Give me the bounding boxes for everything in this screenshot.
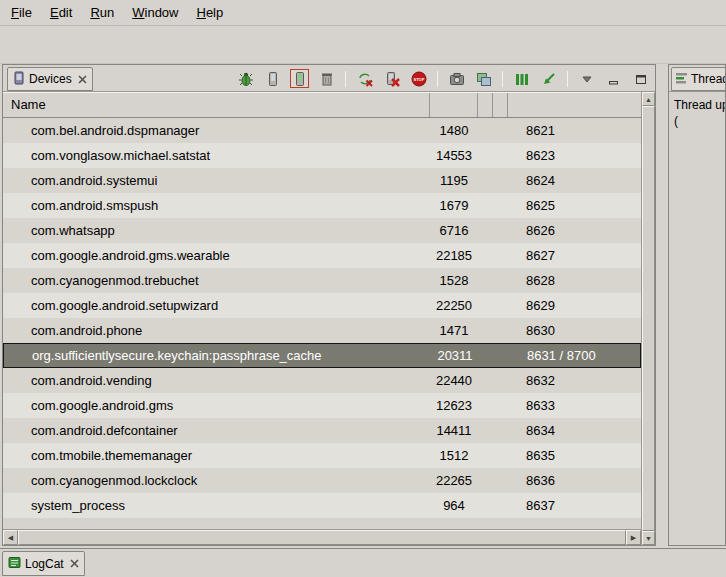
- menu-help[interactable]: Help: [187, 1, 232, 24]
- toolbar-separator: [567, 71, 568, 87]
- horizontal-scrollbar[interactable]: [3, 529, 641, 545]
- device-table-body: com.bel.android.dspmanager14808621com.vo…: [3, 118, 641, 529]
- scroll-left-icon[interactable]: [3, 530, 18, 545]
- cell-empty: [493, 118, 508, 143]
- cell-process-name: com.android.defcontainer: [3, 418, 430, 443]
- cell-port: 8632: [508, 368, 641, 393]
- table-row[interactable]: com.vonglasow.michael.satstat145538623: [3, 143, 641, 168]
- main-toolbar: [0, 26, 726, 64]
- cell-pid: 22440: [430, 368, 478, 393]
- table-row[interactable]: com.bel.android.dspmanager14808621: [3, 118, 641, 143]
- threads-content: Thread up (: [669, 92, 725, 134]
- column-header-empty: [493, 93, 508, 117]
- threads-message-line: Thread up: [674, 97, 720, 113]
- vertical-scroll-thumb[interactable]: [642, 106, 655, 531]
- table-row[interactable]: com.android.vending224408632: [3, 368, 641, 393]
- table-row[interactable]: com.whatsapp67168626: [3, 218, 641, 243]
- devices-tabbar: Devices STOP: [3, 65, 655, 92]
- column-header-pid[interactable]: [430, 93, 478, 117]
- update-heap-icon[interactable]: [264, 70, 281, 87]
- tab-devices-label: Devices: [29, 72, 72, 86]
- menu-file[interactable]: File: [2, 1, 41, 24]
- menu-window[interactable]: Window: [123, 1, 187, 24]
- cell-empty: [493, 368, 508, 393]
- cell-port: 8634: [508, 418, 641, 443]
- menubar: FileEditRunWindowHelp: [0, 0, 726, 26]
- cell-pid: 6716: [430, 218, 478, 243]
- kill-process-icon[interactable]: [383, 70, 400, 87]
- table-row[interactable]: com.android.phone14718630: [3, 318, 641, 343]
- toolbar-separator: [345, 71, 346, 87]
- column-header-name[interactable]: Name: [3, 93, 430, 117]
- tab-devices[interactable]: Devices: [7, 67, 93, 91]
- screen-capture-icon[interactable]: [448, 70, 465, 87]
- cell-port: 8629: [508, 293, 641, 318]
- start-method-profiling-icon[interactable]: [513, 70, 530, 87]
- scroll-up-icon[interactable]: [642, 92, 655, 106]
- table-row[interactable]: com.android.smspush16798625: [3, 193, 641, 218]
- stop-process-icon[interactable]: STOP: [410, 70, 427, 87]
- cell-port: 8630: [508, 318, 641, 343]
- column-header-empty: [478, 93, 493, 117]
- tab-logcat-label: LogCat: [25, 557, 64, 571]
- screenshots-icon[interactable]: [475, 70, 492, 87]
- cell-pid: 20311: [431, 344, 479, 367]
- menu-mnemonic: H: [196, 5, 205, 20]
- vertical-scrollbar[interactable]: [641, 92, 655, 545]
- close-icon[interactable]: [78, 75, 87, 84]
- cell-empty: [493, 318, 508, 343]
- cell-empty: [478, 168, 493, 193]
- maximize-icon[interactable]: [632, 70, 649, 87]
- minimize-icon[interactable]: [605, 70, 622, 87]
- table-row[interactable]: com.tmobile.thememanager15128635: [3, 443, 641, 468]
- cell-empty: [494, 344, 509, 367]
- update-threads-icon[interactable]: [356, 70, 373, 87]
- table-row[interactable]: com.google.android.setupwizard222508629: [3, 293, 641, 318]
- table-row[interactable]: com.google.android.gms.wearable221858627: [3, 243, 641, 268]
- cell-empty: [478, 393, 493, 418]
- method-profiling-arrow-icon[interactable]: [540, 70, 557, 87]
- scroll-down-icon[interactable]: [642, 531, 655, 545]
- table-row[interactable]: com.cyanogenmod.trebuchet15288628: [3, 268, 641, 293]
- tab-threads-label: Threads: [691, 72, 726, 86]
- threads-panel: Threads Thread up (: [668, 64, 726, 546]
- cell-empty: [493, 493, 508, 518]
- horizontal-scroll-thumb[interactable]: [18, 530, 626, 545]
- menu-label-rest: elp: [206, 5, 223, 20]
- cell-empty: [493, 393, 508, 418]
- cell-pid: 12623: [430, 393, 478, 418]
- cell-port: 8631 / 8700: [509, 344, 640, 367]
- cell-process-name: system_process: [3, 493, 430, 518]
- table-row[interactable]: system_process9648637: [3, 493, 641, 518]
- table-row[interactable]: com.android.defcontainer144118634: [3, 418, 641, 443]
- heap-updates-enabled-icon[interactable]: [291, 70, 308, 87]
- cell-pid: 1471: [430, 318, 478, 343]
- table-row[interactable]: com.android.systemui11958624: [3, 168, 641, 193]
- cause-gc-icon[interactable]: [318, 70, 335, 87]
- cell-port: 8624: [508, 168, 641, 193]
- tab-logcat[interactable]: LogCat: [2, 551, 85, 576]
- menu-run[interactable]: Run: [81, 1, 123, 24]
- debug-process-icon[interactable]: [237, 70, 254, 87]
- cell-pid: 22185: [430, 243, 478, 268]
- cell-process-name: com.google.android.gms: [3, 393, 430, 418]
- cell-empty: [478, 218, 493, 243]
- close-icon[interactable]: [70, 559, 79, 568]
- table-row[interactable]: org.sufficientlysecure.keychain:passphra…: [3, 343, 641, 368]
- table-row[interactable]: com.cyanogenmod.lockclock222658636: [3, 468, 641, 493]
- cell-process-name: com.whatsapp: [3, 218, 430, 243]
- menu-mnemonic: R: [90, 5, 99, 20]
- menu-label-rest: dit: [59, 5, 73, 20]
- stop-glyph: STOP: [413, 76, 424, 81]
- table-row[interactable]: com.google.android.gms126238633: [3, 393, 641, 418]
- column-header-port: [508, 93, 641, 117]
- cell-empty: [478, 368, 493, 393]
- scroll-right-icon[interactable]: [626, 530, 641, 545]
- menu-edit[interactable]: Edit: [41, 1, 81, 24]
- table-header: Name: [3, 92, 641, 118]
- view-menu-icon[interactable]: [578, 70, 595, 87]
- tab-threads[interactable]: Threads: [671, 67, 726, 91]
- cell-empty: [493, 243, 508, 268]
- cell-process-name: com.google.android.setupwizard: [3, 293, 430, 318]
- cell-process-name: com.vonglasow.michael.satstat: [3, 143, 430, 168]
